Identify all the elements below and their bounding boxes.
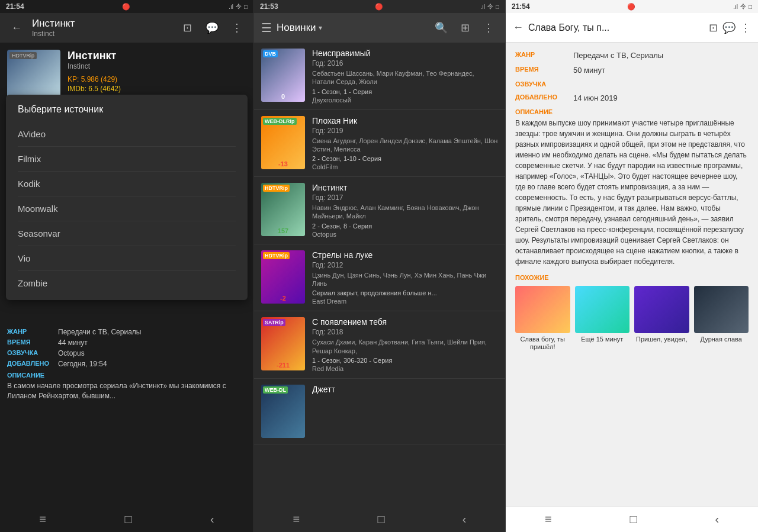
right-status-icons: .ıl 令 □ — [733, 2, 752, 11]
poster-badge: HDTVRip — [9, 52, 37, 59]
right-back-button[interactable]: ← — [513, 21, 523, 34]
source-filmix[interactable]: Filmix — [18, 147, 236, 172]
list-item[interactable]: WEB-DLRip -13 Плохая Ник Год: 2019 Сиена… — [254, 110, 505, 178]
right-nav-back[interactable]: ‹ — [715, 512, 719, 526]
show-list: DVB 0 Неисправимый Год: 2016 Себастьен Ш… — [254, 43, 505, 506]
source-avideo[interactable]: AVideo — [18, 122, 236, 147]
item-year-2: Год: 2019 — [312, 127, 498, 135]
show-title: Инстинкт — [68, 50, 246, 62]
source-picker-dialog: Выберите источник AVideo Filmix Kodik Mo… — [6, 95, 248, 300]
item-score-1: 0 — [263, 93, 303, 100]
mid-toolbar-icons: 🔍 ⊞ ⋮ — [432, 18, 498, 37]
right-time: 21:54 — [512, 2, 530, 11]
right-desc-label: ОПИСАНИЕ — [515, 108, 749, 115]
search-button[interactable]: 🔍 — [432, 18, 451, 37]
mid-status-icons: .ıl 令 □ — [480, 2, 499, 11]
show-subtitle-en: Instinct — [68, 62, 246, 70]
similar-item-3[interactable]: Пришел, увидел, — [634, 286, 689, 351]
item-badge-4: HDTVRip — [263, 252, 290, 259]
source-vio[interactable]: Vio — [18, 246, 236, 271]
right-menu-button[interactable]: ⋮ — [740, 21, 751, 34]
item-thumb-4: HDTVRip -2 — [261, 250, 305, 304]
item-cast-2: Сиена Агудонг, Лорен Линдси Донзис, Кала… — [312, 137, 498, 154]
right-nav-home[interactable]: □ — [629, 512, 637, 526]
kp-rating: KP: 5.986 (429) — [68, 75, 246, 83]
item-badge-6: WEB-DL — [263, 386, 288, 394]
similar-item-1[interactable]: Слава богу, ты пришёл! — [515, 286, 570, 351]
item-badge-2: WEB-DLRip — [263, 118, 297, 125]
similar-thumb-3 — [634, 286, 689, 333]
cast-button[interactable]: ⊡ — [178, 18, 197, 37]
item-title-3: Инстинкт — [312, 183, 498, 192]
item-dub-3: Octopus — [312, 231, 498, 238]
similar-grid: Слава богу, ты пришёл! Ещё 15 минут Приш… — [515, 286, 749, 351]
item-ep-4: Сериал закрыт, продолжения больше н... — [312, 289, 498, 296]
mid-nav-home[interactable]: □ — [377, 512, 384, 526]
list-item[interactable]: SATRip -211 С появлением тебя Год: 2018 … — [254, 311, 505, 379]
item-dub-4: East Dream — [312, 298, 498, 305]
similar-thumb-1 — [515, 286, 570, 333]
right-toolbar: ← Слава Богу, ты п... ⊡ 💬 ⋮ — [506, 13, 758, 43]
hamburger-button[interactable]: ☰ — [261, 21, 272, 35]
item-cast-3: Навин Эндрюс, Алан Камминг, Бояна Новако… — [312, 204, 498, 221]
mid-nav-bar: ≡ □ ‹ — [254, 506, 505, 532]
item-score-5: -211 — [263, 362, 303, 369]
item-year-5: Год: 2018 — [312, 328, 498, 336]
item-dub-5: Red Media — [312, 365, 498, 372]
source-zombie[interactable]: Zombie — [18, 271, 236, 295]
right-time-value: 50 минут — [573, 66, 749, 75]
left-nav-menu[interactable]: ≡ — [39, 512, 46, 526]
similar-caption-2: Ещё 15 минут — [575, 336, 630, 343]
item-dub-1: Двухголосый — [312, 96, 498, 104]
mid-nav-menu[interactable]: ≡ — [293, 512, 300, 526]
source-moonwalk[interactable]: Moonwalk — [18, 196, 236, 221]
left-nav-home[interactable]: □ — [124, 512, 131, 526]
time-row: ВРЕМЯ 44 минут — [7, 338, 246, 347]
chat-button[interactable]: 💬 — [203, 18, 221, 37]
item-title-6: Джетт — [312, 385, 498, 394]
menu-button[interactable]: ⋮ — [227, 18, 246, 37]
item-year-3: Год: 2017 — [312, 194, 498, 202]
similar-item-2[interactable]: Ещё 15 минут — [575, 286, 630, 351]
dub-row: ОЗВУЧКА Octopus — [7, 349, 246, 357]
list-item[interactable]: HDTVRip 157 Инстинкт Год: 2017 Навин Энд… — [254, 177, 505, 244]
source-seasonvar[interactable]: Seasonvar — [18, 221, 236, 246]
right-panel: 21:54 🔴 .ıl 令 □ ← Слава Богу, ты п... ⊡ … — [506, 0, 758, 532]
back-button[interactable]: ← — [7, 18, 26, 37]
right-genre-value: Передачи с ТВ, Сериалы — [573, 51, 749, 60]
item-ep-1: 1 - Сезон, 1 - Серия — [312, 88, 498, 95]
item-cast-1: Себастьен Шассань, Мари Кауфман, Тео Фер… — [312, 69, 498, 86]
right-cast-button[interactable]: ⊡ — [709, 21, 718, 34]
item-cast-5: Сухаси Дхами, Каран Джотвани, Гита Тьяги… — [312, 338, 498, 355]
list-item[interactable]: DVB 0 Неисправимый Год: 2016 Себастьен Ш… — [254, 43, 505, 110]
similar-item-4[interactable]: Дурная слава — [694, 286, 749, 351]
right-chat-button[interactable]: 💬 — [722, 21, 735, 34]
item-dub-2: ColdFilm — [312, 163, 498, 170]
mid-status-bar: 21:53 🔴 .ıl 令 □ — [254, 0, 505, 13]
source-kodik[interactable]: Kodik — [18, 172, 236, 196]
right-dub-label: ОЗВУЧКА — [515, 80, 568, 88]
right-nav-menu[interactable]: ≡ — [545, 512, 552, 526]
similar-caption-3: Пришел, увидел, — [634, 336, 689, 343]
item-score-4: -2 — [263, 295, 303, 302]
list-item[interactable]: HDTVRip -2 Стрелы на луке Год: 2012 Цзин… — [254, 244, 505, 312]
mid-time: 21:53 — [260, 2, 278, 11]
section-dropdown[interactable]: Новинки ▾ — [277, 22, 322, 34]
left-nav-back[interactable]: ‹ — [210, 512, 214, 526]
list-item[interactable]: WEB-DL Джетт — [254, 379, 505, 444]
left-title: Инстинкт — [32, 18, 172, 30]
item-thumb-5: SATRip -211 — [261, 317, 305, 370]
middle-panel: 21:53 🔴 .ıl 令 □ ☰ Новинки ▾ 🔍 ⊞ ⋮ DVB 0 — [253, 0, 506, 532]
more-button[interactable]: ⋮ — [479, 18, 498, 37]
item-thumb-1: DVB 0 — [261, 49, 305, 102]
right-added-row: ДОБАВЛЕНО 14 июн 2019 — [515, 93, 749, 102]
mid-nav-back[interactable]: ‹ — [462, 512, 467, 526]
similar-caption-4: Дурная слава — [694, 336, 749, 343]
grid-button[interactable]: ⊞ — [455, 18, 474, 37]
item-title-4: Стрелы на луке — [312, 250, 498, 260]
item-score-2: -13 — [263, 160, 303, 167]
item-thumb-6: WEB-DL — [261, 385, 305, 438]
left-nav-bar: ≡ □ ‹ — [0, 506, 253, 532]
item-badge-3: HDTVRip — [263, 185, 290, 192]
left-notification-dot: 🔴 — [122, 3, 130, 11]
